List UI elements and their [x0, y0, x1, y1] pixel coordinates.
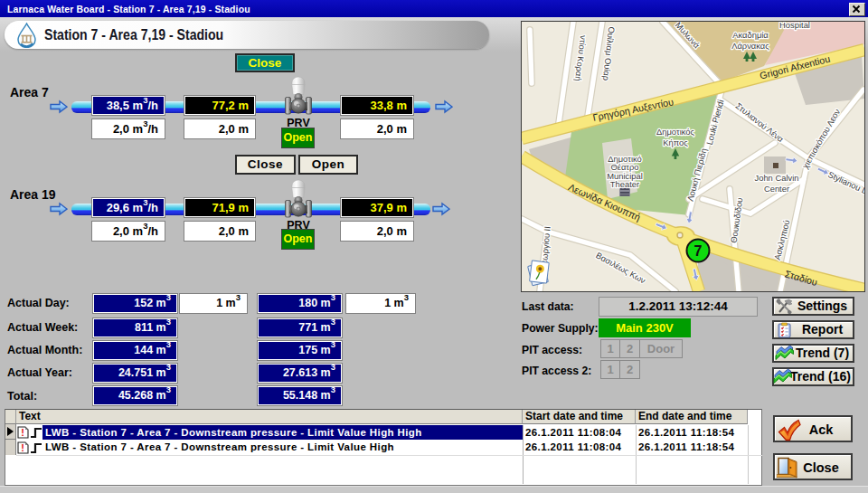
svg-text:Κήπος: Κήπος [663, 137, 688, 147]
svg-text:Center: Center [764, 184, 789, 194]
svg-text:John Calvin: John Calvin [755, 173, 799, 183]
svg-text:!: ! [21, 427, 24, 438]
svg-text:Λάρνακας: Λάρνακας [731, 41, 769, 51]
svg-text:Ακαδημία: Ακαδημία [732, 30, 769, 40]
svg-text:Hospital: Hospital [779, 22, 810, 30]
svg-text:Theater: Theater [610, 179, 639, 189]
svg-text:7: 7 [694, 243, 703, 259]
svg-text:Δημοτικός: Δημοτικός [656, 127, 695, 137]
svg-text:!: ! [21, 442, 24, 453]
svg-text:ντίου Κοραή: ντίου Κοραή [573, 35, 589, 82]
svg-text:Στυλιανού Λένα: Στυλιανού Λένα [734, 100, 787, 144]
